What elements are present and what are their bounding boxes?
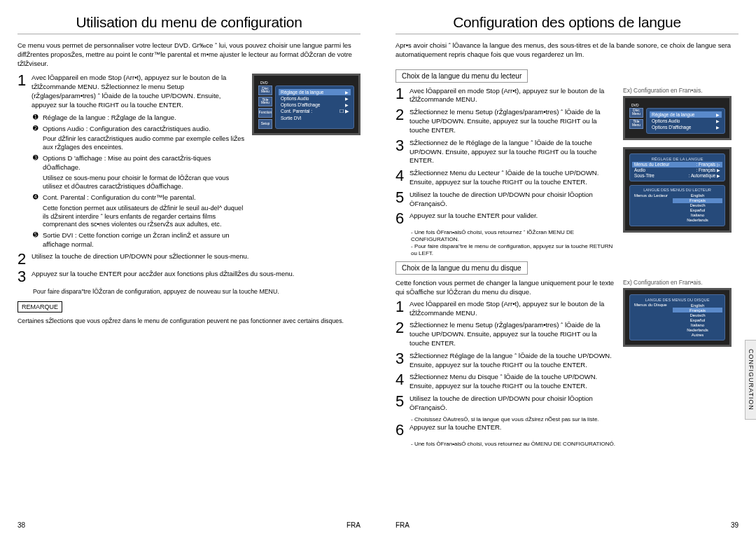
step-2-num: 2 <box>18 252 31 266</box>
tv-icon-title-menu: Title Menu <box>258 97 272 106</box>
fra-label: FRA <box>346 521 360 529</box>
b-step-3-text: SŽlectionnez Réglage de la langue ˆ lÕai… <box>410 352 617 370</box>
a-step-2-num: 2 <box>396 108 410 122</box>
tv-menu-row-3: Options D'affichage▶ <box>279 102 351 108</box>
remark-text: Certaines sŽlections que vous opŽrez dan… <box>18 317 360 325</box>
fra-label: FRA <box>396 521 410 529</box>
bullet-3-icon: ➌ <box>33 154 43 172</box>
a-step-4-text: SŽlectionnez Menu du Lecteur ˆ lÕaide de… <box>410 169 617 187</box>
tv-icon-title-menu: Title Menu <box>629 119 643 129</box>
bullet-5-icon: ➎ <box>33 231 43 249</box>
bullet-4-sub: Cette fonction permet aux utilisateurs d… <box>43 205 246 230</box>
tv2-title: RÉGLAGE DE LA LANGUE <box>632 156 722 162</box>
tv-menu-row-2: Options Audio▶ <box>279 95 351 102</box>
tv-dvd-label-r: DVD <box>629 102 725 108</box>
b-step-5-num: 5 <box>396 394 410 408</box>
bullet-3-text: Options D 'affichage : Mise au point des… <box>43 154 246 172</box>
step-3-text: Appuyez sur la touche ENTER pour accŽder… <box>31 270 294 279</box>
b-step-4-num: 4 <box>396 373 410 387</box>
a-step-2-text: SŽlectionnez le menu Setup (rŽglages/par… <box>410 108 617 135</box>
section-b-header: Choix de la langue du menu du disque <box>396 261 528 275</box>
tv-menu-row-5: Sortie DVI <box>279 115 351 121</box>
b-intro: Cette fonction vous permet de changer la… <box>396 279 617 297</box>
tv3-langlist: LANGUE DES MENUS DU LECTEUR Menus du Lec… <box>629 185 725 226</box>
tv-screenshot-setup-r: DVD Disc Menu Title Menu Réglage de la l… <box>623 96 732 140</box>
bullet-1-text: Réglage de la langue : RŽglage de la lan… <box>43 114 176 123</box>
tv-dvd-label: DVD <box>258 80 354 85</box>
step-2-text: Utilisez la touche de direction UP/DOWN … <box>31 252 248 261</box>
tv-icon-disc-menu: Disc Menu <box>629 108 643 118</box>
tv2-row-2: Audio: Français ▶ <box>632 167 722 173</box>
tv2-row-3: Sous-Titre: Automatique ▶ <box>632 173 722 179</box>
dismiss-note: Pour faire dispara"tre lÕŽcran de config… <box>33 288 360 296</box>
step-3-num: 3 <box>18 270 31 284</box>
a-step-6-note-1: - Une fois ÒFran•aisÓ choisi, vous retou… <box>411 229 617 243</box>
tv-icon-setup: Setup <box>258 119 272 129</box>
step-1-text: Avec lÕappareil en mode Stop (Arr•t), ap… <box>31 74 246 109</box>
b-step-1-num: 1 <box>396 300 410 314</box>
page-number: 38 <box>18 521 25 529</box>
a-step-5-num: 5 <box>396 191 410 205</box>
tv-screenshot-disque: LANGUE DES MENUS DU DISQUE Menus du Disq… <box>623 288 732 347</box>
tv-menu-row-4: Cont. Parental :☐ ▶ <box>279 108 351 115</box>
b-step-3-num: 3 <box>396 352 410 366</box>
tv-screenshot-setup: DVD Disc Menu Title Menu Function Setup … <box>252 74 360 135</box>
a-step-6-note-2: - Pour faire dispara"tre le menu de conf… <box>411 243 617 257</box>
bullet-5-text: Sortie DVI : Cette fonction corrige un Ž… <box>43 231 246 249</box>
page-number: 39 <box>731 521 738 529</box>
b-step-6-note: - Une fois ÒFran•aisÓ choisi, vous retou… <box>411 441 617 448</box>
a-step-5-text: Utilisez la touche de direction UP/DOWN … <box>410 191 617 209</box>
remark-label: REMARQUE <box>18 301 62 312</box>
a-step-1-text: Avec lÕappareil en mode Stop (Arr•t), ap… <box>410 87 617 105</box>
tv-menu-row: Options D'affichage▶ <box>650 124 722 130</box>
bullet-4-text: Cont. Parental : Configuration du contr™… <box>43 193 196 202</box>
bullet-2-sub: Pour dŽfinir les caractŽristiques audio … <box>43 135 246 152</box>
example-label-b: Ex) Configuration en Fran•ais. <box>623 279 738 286</box>
tv-menu-row-1: Réglage de la langue▶ <box>279 89 351 95</box>
a-step-6-text: Appuyez sur la touche ENTER pour valider… <box>410 212 538 221</box>
title-rule <box>18 34 360 34</box>
bullet-1-icon: ➊ <box>33 114 43 123</box>
title-rule <box>396 34 738 34</box>
intro-text: Apr•s avoir choisi ˆ lÕavance la langue … <box>396 41 738 60</box>
b-step-2-text: SŽlectionnez le menu Setup (rŽglages/par… <box>410 321 617 348</box>
bullet-4-icon: ➍ <box>33 193 43 202</box>
tv-menu-row: Réglage de la langue▶ <box>650 111 722 118</box>
b-step-5-text: Utilisez la touche de direction UP/DOWN … <box>410 394 617 413</box>
bullet-2-text: Options Audio : Configuration des caract… <box>43 125 211 134</box>
step-1-num: 1 <box>18 74 31 88</box>
tv-icon-function: Function <box>258 108 272 118</box>
b-step-6-num: 6 <box>396 423 410 437</box>
tv2-row-1: Menus du Lecteur: Français ▷ <box>632 162 722 167</box>
intro-text: Ce menu vous permet de personnaliser vot… <box>18 41 360 68</box>
a-step-3-text: SŽlectionnez de le Réglage de la langue … <box>410 139 617 165</box>
tv-menu-row: Options Audio▶ <box>650 118 722 124</box>
b-step-5-note: - Choisissez ÒAutresÓ, si la langue que … <box>411 416 617 423</box>
tv-icon-disc-menu: Disc Menu <box>258 85 272 95</box>
bullet-3-sub: Utilisez ce sous-menu pour choisir le fo… <box>43 174 246 191</box>
example-label-a: Ex) Configuration en Fran•ais. <box>623 87 738 94</box>
page-title: Configuration des options de langue <box>396 14 738 31</box>
side-tab-configuration: CONFIGURATION <box>745 340 756 420</box>
page-title: Utilisation du menu de configuration <box>18 14 360 31</box>
b-step-6-text: Appuyez sur la touche ENTER. <box>410 423 501 432</box>
b-step-1-text: Avec lÕappareil en mode Stop (Arr•t), ap… <box>410 300 617 318</box>
tv-screenshot-langset: RÉGLAGE DE LA LANGUE Menus du Lecteur: F… <box>623 147 732 233</box>
a-step-4-num: 4 <box>396 169 410 183</box>
a-step-3-num: 3 <box>396 139 410 153</box>
a-step-6-num: 6 <box>396 212 410 226</box>
bullet-2-icon: ➋ <box>33 125 43 134</box>
b-step-4-text: SŽlectionnez Menu du Disque ˆ lÕaide de … <box>410 373 617 391</box>
section-a-header: Choix de la langue du menu du lecteur <box>396 69 528 83</box>
a-step-1-num: 1 <box>396 87 410 101</box>
b-step-2-num: 2 <box>396 321 410 335</box>
